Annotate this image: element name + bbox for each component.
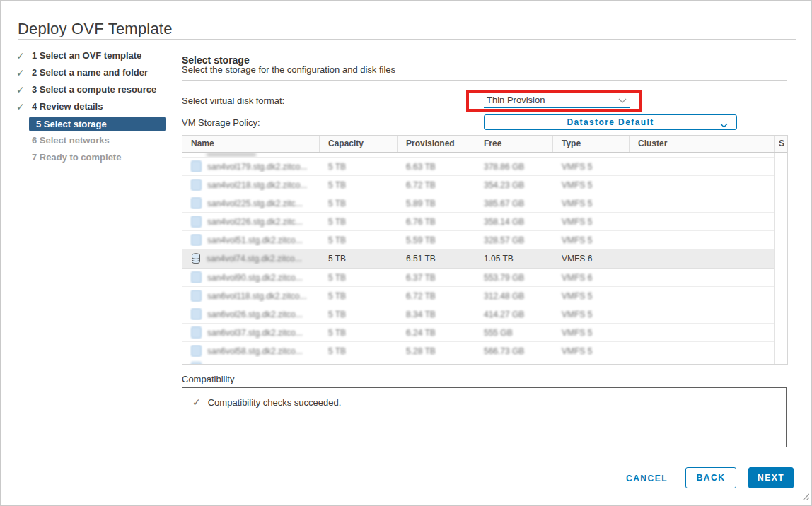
table-row[interactable]: san6vol37.stg.dk2.zitco...5 TB6.24 TB555… <box>182 324 775 342</box>
datastore-icon <box>191 216 202 228</box>
vm-storage-policy-select[interactable]: Datastore Default <box>484 114 737 130</box>
free-cell: 555 GB <box>475 328 553 338</box>
table-row[interactable]: san4vol51.stg.dk2.zitco...5 TB5.59 TB328… <box>182 231 775 249</box>
free-cell: 1.05 TB <box>475 254 553 264</box>
step-label: 5 Select storage <box>36 119 107 129</box>
check-icon: ✓ <box>16 64 25 81</box>
column-header-free[interactable]: Free <box>475 136 553 152</box>
wizard-step-1[interactable]: ✓1 Select an OVF template <box>1 47 178 64</box>
capacity-cell: 5 TB <box>320 180 398 190</box>
table-row[interactable]: san6vol58.stg.dk2.zitco...5 TB5.28 TB566… <box>182 342 775 360</box>
check-icon: ✓ <box>16 81 25 98</box>
free-cell: 312.48 GB <box>475 291 553 301</box>
table-row[interactable]: san6vol118.stg.dk2.zitco...5 TB6.72 TB31… <box>182 287 775 305</box>
datastore-icon <box>191 197 202 209</box>
wizard-step-5[interactable]: 5 Select storage <box>29 117 166 131</box>
datastore-icon <box>191 271 202 283</box>
datastore-name: san4vol51.stg.dk2.zitco... <box>207 235 303 245</box>
chevron-down-icon <box>720 120 728 130</box>
provisioned-cell: 6.24 TB <box>398 328 475 338</box>
datastore-icon <box>191 326 202 339</box>
vertical-scrollbar[interactable] <box>774 153 787 364</box>
compatibility-label: Compatibility <box>182 374 234 384</box>
compatibility-message: Compatibility checks succeeded. <box>208 397 342 408</box>
title-divider <box>18 39 796 40</box>
compatibility-panel: ✓ Compatibility checks succeeded. <box>182 387 787 447</box>
datastore-icon <box>191 308 202 320</box>
column-header-capacity[interactable]: Capacity <box>320 136 398 152</box>
datastore-icon <box>191 345 202 357</box>
table-row[interactable]: san4vol74.stg.dk2.zitco...5 TB6.51 TB1.0… <box>182 249 775 269</box>
resize-grip-icon[interactable] <box>801 490 809 503</box>
table-row[interactable]: san6vol26.stg.dk2.zitco...5 TB8.34 TB414… <box>182 305 775 324</box>
check-icon: ✓ <box>192 396 201 408</box>
provisioned-cell: 5.89 TB <box>398 199 475 208</box>
datastore-name-cell: san4vol226.stg.dk2.zitc... <box>182 216 320 228</box>
capacity-cell: 5 TB <box>320 217 398 227</box>
table-row[interactable]: san4vol179.stg.dk2.zitco...5 TB6.63 TB37… <box>182 158 775 176</box>
vm-storage-policy-label: VM Storage Policy: <box>182 117 260 128</box>
provisioned-cell: 8.34 TB <box>398 310 475 319</box>
wizard-step-7[interactable]: 7 Ready to complete <box>1 149 178 166</box>
type-cell: VMFS 5 <box>553 180 630 190</box>
table-header-row: NameCapacityProvisionedFreeTypeClusterS <box>182 136 787 153</box>
column-header-type[interactable]: Type <box>553 136 630 152</box>
datastore-name: san4vol218.stg.dk2.zitco... <box>207 180 307 190</box>
panel-divider <box>182 80 787 81</box>
free-cell: 553.79 GB <box>475 273 553 283</box>
datastore-name: san4vol179.stg.dk2.zitco... <box>207 162 307 172</box>
next-button[interactable]: NEXT <box>748 467 794 488</box>
capacity-cell: 5 TB <box>320 310 398 319</box>
datastore-name-cell: san4vol51.stg.dk2.zitco... <box>182 234 320 246</box>
datastore-name-cell: san4vol218.stg.dk2.zitco... <box>182 179 320 191</box>
cancel-button[interactable]: CANCEL <box>626 469 668 488</box>
table-row[interactable]: san4vol226.stg.dk2.zitc...5 TB6.76 TB358… <box>182 213 775 231</box>
column-header-cluster[interactable]: Cluster <box>630 136 775 152</box>
table-row[interactable]: san4vol225.stg.dk2.zitc...5 TB5.89 TB385… <box>182 194 775 213</box>
clipped-row-top <box>182 153 775 158</box>
free-cell: 414.27 GB <box>475 310 553 319</box>
column-header-partial[interactable]: S <box>775 136 787 152</box>
chevron-down-icon <box>618 95 627 105</box>
datastore-name: san4vol74.stg.dk2.zitco... <box>207 254 302 264</box>
step-label: 7 Ready to complete <box>32 152 121 163</box>
datastore-name-cell: san6vol58.stg.dk2.zitco... <box>182 345 320 357</box>
table-row[interactable]: san4vol90.stg.dk2.zitco...5 TB6.37 TB553… <box>182 269 775 287</box>
step-label: 3 Select a compute resource <box>32 84 156 95</box>
provisioned-cell: 6.72 TB <box>398 291 475 301</box>
table-row[interactable]: san4vol218.stg.dk2.zitco...5 TB6.72 TB35… <box>182 176 775 194</box>
type-cell: VMFS 5 <box>553 310 630 319</box>
column-header-name[interactable]: Name <box>182 136 320 152</box>
provisioned-cell: 6.72 TB <box>398 180 475 190</box>
provisioned-cell: 6.63 TB <box>398 162 475 172</box>
clipped-row-bottom <box>182 360 775 364</box>
datastore-name-cell: san6vol26.stg.dk2.zitco... <box>182 308 320 320</box>
free-cell: 378.86 GB <box>475 162 553 172</box>
datastore-name: san4vol226.stg.dk2.zitc... <box>207 217 303 227</box>
check-icon: ✓ <box>16 47 25 64</box>
vm-storage-policy-value: Datastore Default <box>567 117 654 127</box>
type-cell: VMFS 5 <box>553 199 630 208</box>
free-cell: 385.67 GB <box>475 199 553 208</box>
type-cell: VMFS 6 <box>553 273 630 283</box>
step-label: 4 Review details <box>32 101 103 112</box>
back-button[interactable]: BACK <box>685 467 736 488</box>
wizard-step-3[interactable]: ✓3 Select a compute resource <box>1 81 178 98</box>
table-body: san4vol179.stg.dk2.zitco...5 TB6.63 TB37… <box>182 153 775 364</box>
free-cell: 328.57 GB <box>475 235 553 245</box>
column-header-provisioned[interactable]: Provisioned <box>398 136 475 152</box>
type-cell: VMFS 5 <box>553 346 630 356</box>
deploy-ovf-dialog: Deploy OVF Template ✓1 Select an OVF tem… <box>0 0 812 506</box>
datastore-name: san6vol26.stg.dk2.zitco... <box>207 310 303 319</box>
capacity-cell: 5 TB <box>320 273 398 283</box>
provisioned-cell: 5.28 TB <box>398 346 475 356</box>
datastore-icon <box>191 253 201 264</box>
check-icon: ✓ <box>16 98 25 115</box>
disk-format-select[interactable]: Thin Provision <box>484 93 630 108</box>
wizard-step-2[interactable]: ✓2 Select a name and folder <box>1 64 178 81</box>
wizard-step-4[interactable]: ✓4 Review details <box>1 98 178 115</box>
provisioned-cell: 6.51 TB <box>398 254 475 264</box>
datastore-name: san6vol58.stg.dk2.zitco... <box>207 346 303 356</box>
wizard-step-6[interactable]: 6 Select networks <box>1 132 178 149</box>
datastore-name: san6vol118.stg.dk2.zitco... <box>207 291 307 301</box>
